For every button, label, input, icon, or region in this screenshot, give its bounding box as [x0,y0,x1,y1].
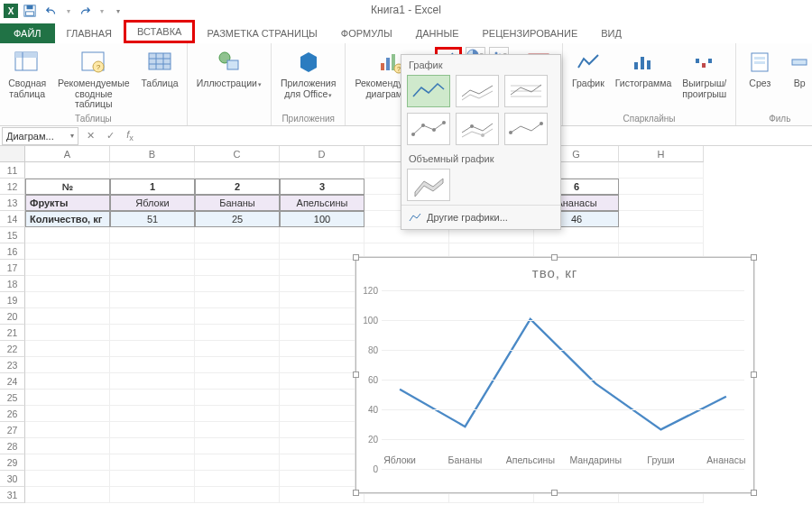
cell[interactable] [619,211,704,227]
cell[interactable] [110,406,195,422]
cell[interactable] [280,406,364,422]
row-header[interactable]: 13 [0,195,25,211]
tab-insert[interactable]: ВСТАВКА [124,20,195,43]
cell[interactable] [280,227,364,243]
cell[interactable] [280,308,364,325]
cell[interactable] [25,260,110,276]
tab-data[interactable]: ДАННЫЕ [404,23,471,43]
timeline-button[interactable]: Вр [781,46,812,91]
chart-title[interactable]: тво, кг [356,258,753,288]
cell[interactable] [110,471,195,487]
cell[interactable] [25,422,110,438]
enter-formula-icon[interactable]: ✓ [100,130,120,142]
select-all-corner[interactable] [0,146,25,162]
cell[interactable] [25,276,110,292]
cell[interactable] [619,179,704,195]
cell[interactable] [280,162,364,179]
redo-button[interactable] [75,2,95,20]
cell[interactable] [280,454,364,471]
cell[interactable] [25,325,110,341]
undo-dropdown[interactable]: ▾ [64,2,73,20]
row-header[interactable]: 27 [0,422,25,438]
chart-type-100stacked-line-markers[interactable] [504,113,548,145]
cell[interactable] [619,162,704,179]
cell[interactable] [110,308,195,325]
col-header-C[interactable]: C [195,146,280,162]
col-header-D[interactable]: D [280,146,364,162]
cell[interactable] [25,406,110,422]
office-apps-button[interactable]: Приложения для Office▾ [277,46,339,101]
cell[interactable] [195,243,280,260]
cell[interactable] [25,390,110,406]
table-button[interactable]: Таблица [138,46,181,91]
cell[interactable]: 100 [280,211,364,227]
cell[interactable] [280,357,364,373]
cell[interactable] [195,357,280,373]
cell[interactable]: 51 [110,211,195,227]
col-header-A[interactable]: A [25,146,110,162]
cell[interactable] [25,454,110,471]
cell[interactable] [110,243,195,260]
qat-customize[interactable]: ▾ [108,2,128,20]
cancel-formula-icon[interactable]: ✕ [80,130,100,142]
cell[interactable] [195,162,280,179]
cell[interactable]: Бананы [195,195,280,211]
tab-review[interactable]: РЕЦЕНЗИРОВАНИЕ [470,23,589,43]
cell[interactable] [195,373,280,390]
cell[interactable] [280,487,364,503]
sparkline-line-button[interactable]: График [568,46,608,91]
cell[interactable] [195,422,280,438]
tab-home[interactable]: ГЛАВНАЯ [55,23,124,43]
undo-button[interactable] [42,2,61,20]
cell[interactable] [110,373,195,390]
col-header-H[interactable]: H [619,146,704,162]
chart-type-line[interactable] [407,75,450,107]
cell[interactable]: Фрукты [25,195,110,211]
cell[interactable] [195,292,280,308]
cell[interactable] [25,487,110,503]
cell[interactable] [280,422,364,438]
cell[interactable] [110,454,195,471]
chart-type-3d-line[interactable] [407,169,450,201]
cell[interactable] [195,308,280,325]
cell[interactable] [25,308,110,325]
col-header-B[interactable]: B [110,146,195,162]
chart-type-100stacked-line[interactable] [504,75,548,107]
tab-file[interactable]: ФАЙЛ [0,23,55,43]
cell[interactable]: 1 [110,179,195,195]
row-header[interactable]: 12 [0,179,25,195]
cell[interactable]: Апельсины [280,195,364,211]
cell[interactable] [195,406,280,422]
cell[interactable] [110,292,195,308]
cell[interactable] [25,357,110,373]
recommended-pivot-button[interactable]: ? Рекомендуемые сводные таблицы [52,46,134,112]
cell[interactable] [280,260,364,276]
cell[interactable] [195,260,280,276]
cell[interactable] [280,471,364,487]
cell[interactable] [195,454,280,471]
row-header[interactable]: 11 [0,162,25,179]
cell[interactable] [195,276,280,292]
cell[interactable] [25,292,110,308]
cell[interactable] [110,487,195,503]
cell[interactable] [195,325,280,341]
cell[interactable] [110,325,195,341]
chart-plot-area[interactable]: 020406080100120ЯблокиБананыАпельсиныМанд… [382,290,744,469]
cell[interactable] [619,195,704,211]
row-header[interactable]: 25 [0,390,25,406]
cell[interactable] [280,276,364,292]
cell[interactable] [110,438,195,454]
row-header[interactable]: 19 [0,292,25,308]
row-header[interactable]: 28 [0,438,25,454]
row-header[interactable]: 23 [0,357,25,373]
cell[interactable] [195,438,280,454]
cell[interactable] [110,422,195,438]
pivot-table-button[interactable]: Сводная таблица [5,46,49,101]
tab-formulas[interactable]: ФОРМУЛЫ [329,23,404,43]
cell[interactable] [195,471,280,487]
cell[interactable] [25,471,110,487]
fx-icon[interactable]: fx [120,129,140,142]
row-header[interactable]: 20 [0,308,25,325]
save-button[interactable] [20,2,40,20]
cell[interactable] [280,292,364,308]
